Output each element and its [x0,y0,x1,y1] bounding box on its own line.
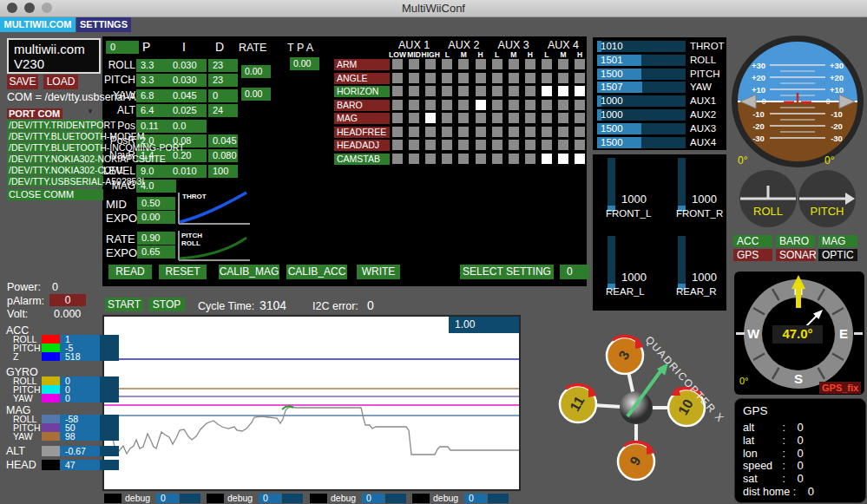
aux-checkbox[interactable] [392,127,403,137]
throttle-expo-value[interactable]: 0.00 [137,211,175,224]
aux-checkbox[interactable] [525,140,535,150]
pid-i-value[interactable]: 0.030 [168,74,207,87]
aux-checkbox[interactable] [409,73,419,83]
pid-d-value[interactable]: 0.080 [208,149,238,162]
aux-checkbox[interactable] [458,113,469,123]
aux-checkbox[interactable] [575,113,585,123]
aux-checkbox[interactable] [409,100,419,110]
aux-checkbox[interactable] [476,100,486,110]
aux-checkbox[interactable] [558,59,568,69]
pid-d-value[interactable]: 23 [208,59,238,72]
tpa-value[interactable]: 0.00 [290,57,319,70]
aux-checkbox[interactable] [509,73,519,83]
aux-checkbox[interactable] [492,113,502,123]
aux-checkbox[interactable] [509,86,519,96]
aux-checkbox[interactable] [542,59,552,69]
close-comm-button[interactable]: CLOSE COMM [7,189,103,200]
aux-checkbox[interactable] [509,140,519,150]
read-button[interactable]: READ [108,265,152,279]
calib-mag-button[interactable]: CALIB_MAG [219,265,279,279]
aux-checkbox[interactable] [575,86,585,96]
aux-checkbox[interactable] [458,154,469,164]
rate-yaw-value[interactable]: 0.00 [241,88,271,101]
aux-checkbox[interactable] [558,100,568,110]
reset-button[interactable]: RESET [159,265,207,279]
aux-checkbox[interactable] [442,86,452,96]
aux-checkbox[interactable] [409,86,419,96]
aux-checkbox[interactable] [558,127,568,137]
rc-rate-value[interactable]: 0.90 [137,232,175,245]
aux-checkbox[interactable] [476,113,486,123]
aux-checkbox[interactable] [575,100,585,110]
aux-checkbox[interactable] [509,100,519,110]
aux-checkbox[interactable] [525,59,535,69]
port-list-item[interactable]: /DEV/TTY.BLUETOOTH-INCOMING-PORT [7,142,103,153]
tab-multiwii-com[interactable]: MULTIWII.COM [0,17,76,32]
aux-checkbox[interactable] [558,140,568,150]
pid-i-value[interactable]: 0.030 [168,59,207,72]
aux-checkbox[interactable] [476,154,486,164]
pid-d-value[interactable]: 23 [208,74,238,87]
aux-checkbox[interactable] [425,113,436,123]
aux-checkbox[interactable] [458,140,469,150]
pid-i-value[interactable]: 0.010 [168,165,207,178]
aux-checkbox[interactable] [409,59,419,69]
palarm-value[interactable]: 0 [49,294,86,306]
aux-checkbox[interactable] [492,140,502,150]
aux-checkbox[interactable] [542,113,552,123]
calib-acc-button[interactable]: CALIB_ACC [286,265,347,279]
aux-checkbox[interactable] [492,154,502,164]
aux-checkbox[interactable] [425,86,436,96]
aux-checkbox[interactable] [575,140,585,150]
aux-checkbox[interactable] [476,86,486,96]
write-button[interactable]: WRITE [357,265,400,279]
aux-checkbox[interactable] [392,154,403,164]
aux-checkbox[interactable] [392,140,403,150]
aux-checkbox[interactable] [442,100,452,110]
aux-checkbox[interactable] [476,59,486,69]
graph-scale-badge[interactable]: 1.00 [449,317,519,333]
pitch-knob[interactable]: PITCH [797,168,857,229]
roll-knob[interactable]: ROLL [738,168,798,229]
aux-checkbox[interactable] [558,113,568,123]
aux-checkbox[interactable] [442,59,452,69]
aux-checkbox[interactable] [558,86,568,96]
chevron-down-icon[interactable]: ▼ [87,108,94,115]
load-button[interactable]: LOAD [43,75,78,89]
aux-checkbox[interactable] [492,59,502,69]
aux-checkbox[interactable] [542,73,552,83]
aux-checkbox[interactable] [458,86,469,96]
aux-checkbox[interactable] [575,154,585,164]
aux-checkbox[interactable] [575,73,585,83]
aux-checkbox[interactable] [525,113,535,123]
rc-expo-value[interactable]: 0.65 [137,245,175,259]
aux-checkbox[interactable] [542,127,552,137]
aux-checkbox[interactable] [509,113,519,123]
aux-checkbox[interactable] [525,86,535,96]
aux-checkbox[interactable] [425,100,436,110]
aux-checkbox[interactable] [525,127,535,137]
aux-checkbox[interactable] [425,73,436,83]
aux-checkbox[interactable] [476,73,486,83]
stop-button[interactable]: STOP [148,298,185,311]
aux-checkbox[interactable] [492,127,502,137]
mid-value[interactable]: 0.50 [137,197,175,210]
aux-checkbox[interactable] [409,140,419,150]
aux-checkbox[interactable] [492,73,502,83]
aux-checkbox[interactable] [525,73,535,83]
aux-checkbox[interactable] [409,154,419,164]
aux-checkbox[interactable] [392,73,403,83]
aux-checkbox[interactable] [392,59,403,69]
aux-checkbox[interactable] [425,127,436,137]
aux-checkbox[interactable] [542,100,552,110]
aux-checkbox[interactable] [476,140,486,150]
pid-i-value[interactable]: 0.025 [168,104,207,117]
rate-rollpitch-value[interactable]: 0.00 [241,65,271,78]
aux-checkbox[interactable] [542,154,552,164]
aux-checkbox[interactable] [425,59,436,69]
aux-checkbox[interactable] [425,140,436,150]
aux-checkbox[interactable] [542,86,552,96]
port-list-item[interactable]: /DEV/TTY.NOKIA302-COM1 [7,165,103,175]
save-button[interactable]: SAVE [7,75,38,89]
aux-checkbox[interactable] [392,113,403,123]
